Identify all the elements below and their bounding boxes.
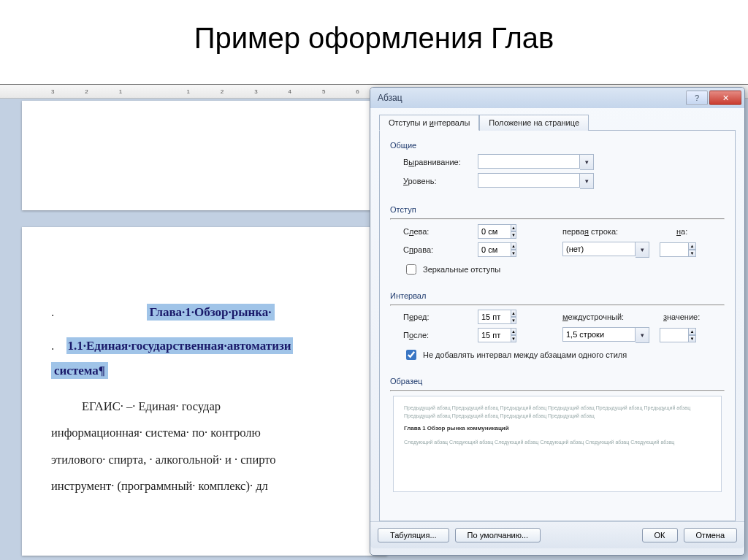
after-label: После: <box>390 331 473 340</box>
mirror-indents-checkbox[interactable]: Зеркальные отступы <box>390 262 725 277</box>
spin-up-icon[interactable]: ▲ <box>511 310 516 317</box>
dropdown-arrow-icon[interactable]: ▾ <box>580 173 594 189</box>
document-page-1 <box>22 101 387 210</box>
at-label: значение: <box>663 312 700 321</box>
alignment-select[interactable]: ▾ <box>478 154 594 170</box>
by-spinner[interactable]: ▲▼ <box>660 242 696 257</box>
left-indent-label: Слева: <box>390 227 473 236</box>
tab-indents-spacing[interactable]: Отступы и интервалы <box>379 115 479 131</box>
spin-down-icon[interactable]: ▼ <box>511 317 516 324</box>
default-button[interactable]: По умолчанию... <box>455 528 541 542</box>
before-label: Перед: <box>390 312 473 321</box>
dropdown-arrow-icon[interactable]: ▾ <box>580 154 594 170</box>
spin-up-icon[interactable]: ▲ <box>511 328 516 335</box>
spin-down-icon[interactable]: ▼ <box>689 250 696 257</box>
before-input[interactable] <box>478 310 511 324</box>
dialog-titlebar[interactable]: Абзац ? ✕ <box>370 88 744 108</box>
firstline-label: первая строка: <box>562 227 643 236</box>
no-space-checkbox[interactable]: Не добавлять интервал между абзацами одн… <box>390 348 725 362</box>
sub-heading-line2: система¶ <box>51 362 108 379</box>
tabs-button[interactable]: Табуляция... <box>378 528 449 542</box>
left-indent-input[interactable] <box>478 224 511 239</box>
dialog-footer: Табуляция... По умолчанию... ОК Отмена <box>370 521 744 548</box>
help-button[interactable]: ? <box>686 91 708 105</box>
dialog-title: Абзац <box>378 93 402 103</box>
after-spinner[interactable]: ▲▼ <box>478 328 514 342</box>
linespacing-select[interactable]: ▾ <box>562 327 649 343</box>
dropdown-arrow-icon[interactable]: ▾ <box>636 327 649 343</box>
no-space-label: Не добавлять интервал между абзацами одн… <box>423 350 627 359</box>
at-input[interactable] <box>660 328 689 342</box>
left-indent-spinner[interactable]: ▲▼ <box>478 224 514 239</box>
spin-up-icon[interactable]: ▲ <box>511 242 516 250</box>
cancel-button[interactable]: Отмена <box>684 528 737 542</box>
preview-area: Предыдущий абзац Предыдущий абзац Предыд… <box>393 396 722 492</box>
before-spinner[interactable]: ▲▼ <box>478 310 514 324</box>
by-input[interactable] <box>660 242 689 257</box>
paragraph-dialog: Абзац ? ✕ Отступы и интервалы Положение … <box>370 87 745 556</box>
preview-sample-text: Глава 1 Обзор рынка коммуникаций <box>404 424 711 434</box>
spin-up-icon[interactable]: ▲ <box>689 328 696 335</box>
linespacing-input[interactable] <box>562 327 636 342</box>
level-select[interactable]: ▾ <box>478 173 594 189</box>
tab-panel: Общие Выравнивание: ▾ Уровень: ▾ <box>379 130 736 521</box>
document-page-2: . Глава·1·Обзор·рынка· . 1.1·Единая·госу… <box>22 227 387 556</box>
firstline-input[interactable] <box>562 242 636 256</box>
spin-down-icon[interactable]: ▼ <box>511 335 516 342</box>
chapter-heading: Глава·1·Обзор·рынка· <box>147 304 275 321</box>
alignment-label: Выравнивание: <box>390 158 473 166</box>
spin-up-icon[interactable]: ▲ <box>511 224 516 231</box>
preview-text-after: Следующий абзац Следующий абзац Следующи… <box>404 438 711 446</box>
spin-up-icon[interactable]: ▲ <box>689 242 696 250</box>
slide-title: Пример оформления Глав <box>0 22 748 55</box>
spin-down-icon[interactable]: ▼ <box>511 231 516 239</box>
after-input[interactable] <box>478 328 511 342</box>
group-preview-label: Образец <box>390 377 725 386</box>
mirror-indents-label: Зеркальные отступы <box>423 265 500 274</box>
alignment-input[interactable] <box>478 154 580 169</box>
level-label: Уровень: <box>390 177 473 185</box>
right-indent-spinner[interactable]: ▲▼ <box>478 242 514 257</box>
tab-page-position[interactable]: Положение на странице <box>479 115 589 131</box>
linespacing-label: междустрочный: <box>562 312 643 321</box>
spin-down-icon[interactable]: ▼ <box>689 335 696 342</box>
no-space-input[interactable] <box>406 350 416 360</box>
dropdown-arrow-icon[interactable]: ▾ <box>636 242 649 258</box>
word-editor-background: 3211234567891011121314151617 . Глава·1·О… <box>0 84 748 560</box>
group-spacing-label: Интервал <box>390 291 725 300</box>
preview-text-before: Предыдущий абзац Предыдущий абзац Предыд… <box>404 404 711 420</box>
group-indent-label: Отступ <box>390 205 725 214</box>
at-spinner[interactable]: ▲▼ <box>660 328 696 342</box>
sub-heading-line1: 1.1·Единая·государственная·автоматизи <box>66 337 293 354</box>
close-button[interactable]: ✕ <box>709 91 741 105</box>
mirror-indents-input[interactable] <box>406 264 416 275</box>
by-label: на: <box>676 227 687 236</box>
bullet-dot: . <box>51 339 54 353</box>
level-input[interactable] <box>478 173 580 188</box>
firstline-select[interactable]: ▾ <box>562 242 649 258</box>
right-indent-input[interactable] <box>478 242 511 257</box>
group-general-label: Общие <box>390 141 725 150</box>
spin-down-icon[interactable]: ▼ <box>511 250 516 257</box>
ok-button[interactable]: ОК <box>642 528 678 542</box>
bullet-dot: . <box>51 305 54 319</box>
right-indent-label: Справа: <box>390 245 473 254</box>
body-paragraph: ЕГАИС· –· Единая· государ информационная… <box>51 394 358 499</box>
